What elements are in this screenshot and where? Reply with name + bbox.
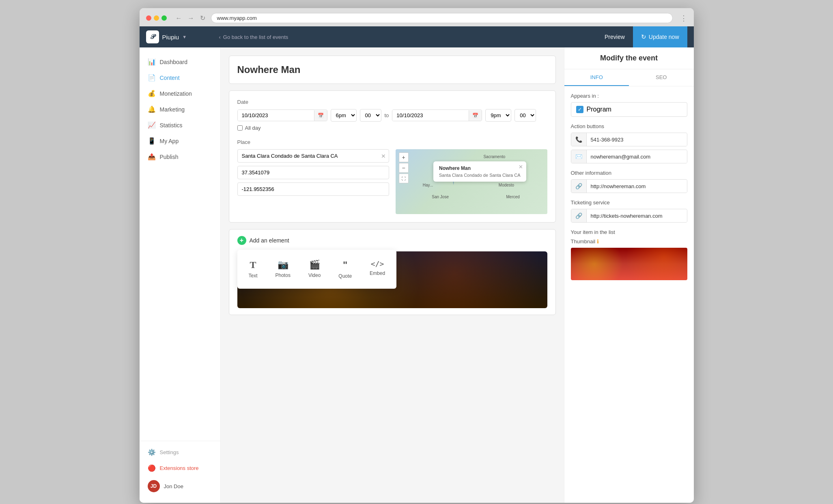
minimize-dot[interactable] (154, 15, 159, 21)
ticketing-label: Ticketing service (571, 199, 687, 206)
back-to-list-link[interactable]: ‹ Go back to the list of events (219, 34, 596, 40)
myapp-icon: 📱 (148, 137, 156, 145)
back-button[interactable]: ← (174, 13, 184, 23)
element-type-photos[interactable]: 📷 Photos (271, 256, 295, 282)
place-row: ✕ Sacramento Modesto Merced (237, 149, 547, 214)
other-info-group: Other information 🔗 (571, 170, 687, 193)
back-link-label: Go back to the list of events (223, 34, 288, 40)
sidebar-user-area: JD Jon Doe (140, 476, 220, 496)
sidebar-item-label-myapp: My App (160, 138, 179, 144)
time-from-select[interactable]: 6pm (331, 109, 357, 122)
sidebar-item-statistics[interactable]: 📈 Statistics (140, 117, 220, 133)
latitude-input[interactable] (237, 166, 389, 179)
update-now-button[interactable]: ↻ Update now (633, 26, 687, 47)
map-popup-close-icon[interactable]: ✕ (519, 164, 523, 170)
ticketing-input[interactable] (587, 210, 687, 222)
app-name: Piupiu (162, 34, 179, 41)
sidebar-item-publish[interactable]: 📤 Publish (140, 149, 220, 165)
app-body: 📊 Dashboard 📄 Content 💰 Monetization 🔔 M… (140, 47, 694, 503)
place-clear-icon[interactable]: ✕ (381, 153, 386, 159)
minutes-to-select[interactable]: 00 (514, 109, 536, 122)
sidebar-item-monetization[interactable]: 💰 Monetization (140, 86, 220, 101)
email-icon: ✉️ (571, 150, 587, 163)
refresh-icon: ↻ (641, 33, 646, 41)
map-city-sacramento: Sacramento (483, 154, 505, 159)
phone-input[interactable] (587, 133, 687, 146)
marketing-icon: 🔔 (148, 105, 156, 113)
refresh-button[interactable]: ↻ (198, 13, 207, 23)
preview-button[interactable]: Preview (596, 30, 633, 43)
sidebar-item-label-dashboard: Dashboard (160, 59, 188, 65)
ticketing-input-row: 🔗 (571, 209, 687, 223)
map-city-modesto: Modesto (499, 183, 514, 187)
browser-menu-icon[interactable]: ⋮ (680, 14, 687, 23)
tab-seo[interactable]: SEO (629, 69, 694, 86)
map-controls: + − ⛶ (399, 152, 409, 183)
browser-navigation: ← → ↻ (174, 13, 207, 23)
element-type-video[interactable]: 🎬 Video (303, 256, 325, 282)
event-title-card (229, 56, 556, 84)
dashboard-icon: 📊 (148, 58, 156, 66)
address-bar[interactable]: www.myapp.com (211, 13, 673, 23)
sidebar-item-marketing[interactable]: 🔔 Marketing (140, 101, 220, 117)
map-container: Sacramento Modesto Merced Hay... San Jos… (396, 149, 547, 214)
photos-type-label: Photos (276, 272, 291, 278)
forward-button[interactable]: → (186, 13, 196, 23)
list-item-group: Your item in the list Thumbnail ℹ (571, 229, 687, 280)
ticketing-group: Ticketing service 🔗 (571, 199, 687, 223)
element-type-text[interactable]: T Text (244, 256, 263, 282)
browser-titlebar: ← → ↻ www.myapp.com ⋮ (140, 8, 694, 26)
date-from-group: 📅 (237, 109, 327, 121)
sidebar-item-label-publish: Publish (160, 154, 179, 160)
tab-info[interactable]: INFO (564, 69, 629, 86)
sidebar-item-dashboard[interactable]: 📊 Dashboard (140, 54, 220, 70)
sidebar-item-extensions[interactable]: 🔴 Extensions store (140, 460, 220, 476)
close-dot[interactable] (146, 15, 151, 21)
link-icon: 🔗 (571, 180, 587, 193)
website-input[interactable] (587, 180, 687, 193)
app-dropdown-icon[interactable]: ▼ (182, 34, 187, 39)
ticketing-link-icon: 🔗 (571, 209, 587, 222)
back-chevron-icon: ‹ (219, 34, 221, 40)
program-checkbox-item[interactable]: ✓ Program (571, 102, 687, 117)
add-element-card: + Add an element T Text 📷 Photos 🎬 (229, 229, 556, 315)
calendar-to-icon: 📅 (469, 110, 482, 121)
allday-checkbox[interactable] (237, 125, 243, 131)
map-fullscreen-button[interactable]: ⛶ (399, 174, 409, 183)
sidebar-item-settings[interactable]: ⚙️ Settings (140, 444, 220, 460)
action-buttons-label: Action buttons (571, 123, 687, 129)
place-section: Place ✕ (237, 139, 547, 214)
map-zoom-out-button[interactable]: − (399, 163, 409, 173)
maximize-dot[interactable] (161, 15, 167, 21)
event-title-input[interactable] (237, 64, 547, 75)
website-input-row: 🔗 (571, 179, 687, 193)
main-content: Date 📅 6pm 00 to (221, 47, 564, 503)
program-checkbox-icon: ✓ (576, 106, 583, 113)
place-name-input[interactable] (237, 149, 389, 163)
sidebar-item-label-settings: Settings (160, 449, 179, 455)
add-element-label: Add an element (250, 237, 289, 244)
sidebar-item-content[interactable]: 📄 Content (140, 70, 220, 86)
program-label: Program (587, 106, 611, 113)
quote-type-icon: " (343, 260, 347, 271)
email-input-row: ✉️ (571, 150, 687, 163)
date-from-input[interactable] (238, 110, 314, 121)
sidebar-item-myapp[interactable]: 📱 My App (140, 133, 220, 149)
map-city-hay: Hay... (423, 183, 433, 187)
calendar-from-icon: 📅 (314, 110, 327, 121)
date-to-input[interactable] (392, 110, 469, 121)
time-to-select[interactable]: 9pm (485, 109, 511, 122)
photos-type-icon: 📷 (278, 260, 288, 270)
add-element-header[interactable]: + Add an element (237, 236, 547, 245)
content-icon: 📄 (148, 74, 156, 81)
element-type-embed[interactable]: </> Embed (365, 256, 390, 282)
url-text: www.myapp.com (217, 15, 257, 21)
element-type-quote[interactable]: " Quote (334, 256, 357, 282)
map-labels: Sacramento Modesto Merced Hay... San Jos… (396, 149, 547, 214)
email-input[interactable] (587, 150, 687, 163)
quote-type-label: Quote (338, 273, 352, 279)
minutes-from-select[interactable]: 00 (360, 109, 381, 122)
window-controls (146, 15, 167, 21)
map-zoom-in-button[interactable]: + (399, 152, 409, 162)
longitude-input[interactable] (237, 182, 389, 196)
